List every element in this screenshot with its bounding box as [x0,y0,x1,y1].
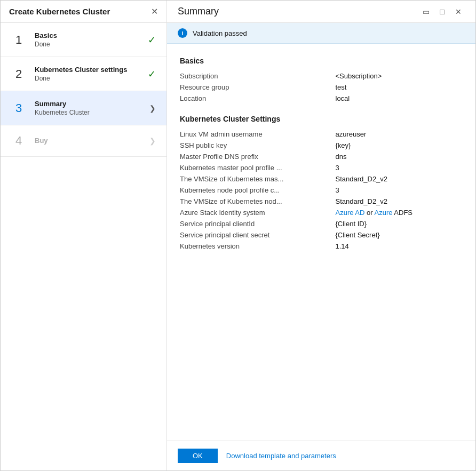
minimize-button[interactable]: ▭ [419,6,433,17]
basics-table: Subscription <Subscription> Resource gro… [180,70,463,104]
right-panel-header: Summary ▭ □ ✕ [167,1,475,23]
value-vmsize-node: Standard_D2_v2 [336,196,463,207]
value-linux-admin: azureuser [336,129,463,140]
azure-ad-text: Azure AD [336,209,365,217]
value-client-id: {Client ID} [336,218,463,229]
right-header-actions: ▭ □ ✕ [419,6,465,17]
or-text: or [364,209,374,217]
table-row: Azure Stack identity system Azure AD or … [180,207,463,218]
step-chevron-4: ❯ [149,137,156,145]
section-title-basics: Basics [180,57,463,65]
step-number-2: 2 [11,67,26,81]
step-number-1: 1 [11,33,26,47]
table-row: Location local [180,93,463,104]
right-panel: Summary ▭ □ ✕ i Validation passed Basics… [167,1,475,470]
ok-button[interactable]: OK [178,449,218,463]
info-icon: i [178,28,187,38]
table-row: Kubernetes master pool profile ... 3 [180,162,463,173]
value-master-pool: 3 [336,162,463,173]
value-location: local [336,93,463,104]
table-row: The VMSize of Kubernetes nod... Standard… [180,196,463,207]
value-identity-system: Azure AD or Azure ADFS [336,207,463,218]
step-check-2: ✓ [148,68,156,80]
table-row: Service principal client secret {Client … [180,229,463,241]
table-row: Resource group test [180,82,463,93]
table-row: Kubernetes node pool profile c... 3 [180,185,463,196]
step-title-summary: Summary [35,100,145,108]
table-row: SSH public key {key} [180,140,463,151]
step-info-summary: Summary Kubernetes Cluster [35,100,145,116]
validation-banner: i Validation passed [167,23,475,44]
label-subscription: Subscription [180,70,336,82]
validation-text: Validation passed [193,29,247,37]
step-title-basics: Basics [35,31,144,39]
step-subtitle-summary: Kubernetes Cluster [35,109,145,116]
step-subtitle-basics: Done [35,41,144,48]
label-resource-group: Resource group [180,82,336,93]
value-ssh-key: {key} [336,140,463,151]
step-item-k8s-settings[interactable]: 2 Kubernetes Cluster settings Done ✓ [1,57,166,91]
right-panel-footer: OK Download template and parameters [167,441,475,470]
step-number-4: 4 [11,134,26,148]
step-item-basics[interactable]: 1 Basics Done ✓ [1,23,166,57]
step-number-3: 3 [11,101,26,115]
dialog-title: Create Kubernetes Cluster [9,7,110,16]
label-ssh-key: SSH public key [180,140,336,151]
left-panel-header: Create Kubernetes Cluster ✕ [1,1,166,23]
section-title-k8s: Kubernetes Cluster Settings [180,115,463,123]
azure-text: Azure [375,209,393,217]
steps-list: 1 Basics Done ✓ 2 Kubernetes Cluster set… [1,23,166,470]
table-row: Master Profile DNS prefix dns [180,151,463,162]
label-client-id: Service principal clientId [180,218,336,229]
step-item-buy[interactable]: 4 Buy ❯ [1,125,166,157]
value-dns-prefix: dns [336,151,463,162]
table-row: Service principal clientId {Client ID} [180,218,463,229]
right-panel-title: Summary [178,6,219,17]
close-button[interactable]: ✕ [452,6,465,17]
step-title-buy: Buy [35,137,145,145]
value-subscription: <Subscription> [336,70,463,82]
value-k8s-version: 1.14 [336,241,463,252]
label-client-secret: Service principal client secret [180,229,336,241]
step-info-basics: Basics Done [35,31,144,48]
value-client-secret: {Client Secret} [336,229,463,241]
adfs-text: ADFS [392,209,412,217]
label-location: Location [180,93,336,104]
table-row: Kubernetes version 1.14 [180,241,463,252]
table-row: Subscription <Subscription> [180,70,463,82]
step-info-buy: Buy [35,137,145,146]
value-node-pool: 3 [336,185,463,196]
label-node-pool: Kubernetes node pool profile c... [180,185,336,196]
download-template-button[interactable]: Download template and parameters [226,452,336,460]
table-row: The VMSize of Kubernetes mas... Standard… [180,173,463,185]
k8s-settings-table: Linux VM admin username azureuser SSH pu… [180,129,463,252]
label-vmsize-node: The VMSize of Kubernetes nod... [180,196,336,207]
step-info-k8s-settings: Kubernetes Cluster settings Done [35,66,144,82]
label-linux-admin: Linux VM admin username [180,129,336,140]
left-close-button[interactable]: ✕ [151,7,158,16]
label-vmsize-master: The VMSize of Kubernetes mas... [180,173,336,185]
label-dns-prefix: Master Profile DNS prefix [180,151,336,162]
step-check-1: ✓ [148,34,156,46]
label-k8s-version: Kubernetes version [180,241,336,252]
step-item-summary[interactable]: 3 Summary Kubernetes Cluster ❯ [1,91,166,125]
left-panel: Create Kubernetes Cluster ✕ 1 Basics Don… [1,1,167,470]
value-resource-group: test [336,82,463,93]
step-title-k8s-settings: Kubernetes Cluster settings [35,66,144,74]
maximize-button[interactable]: □ [437,6,448,17]
step-chevron-3: ❯ [149,104,156,113]
step-subtitle-k8s-settings: Done [35,75,144,82]
label-master-pool: Kubernetes master pool profile ... [180,162,336,173]
table-row: Linux VM admin username azureuser [180,129,463,140]
create-kubernetes-dialog: Create Kubernetes Cluster ✕ 1 Basics Don… [0,0,476,471]
summary-content: Basics Subscription <Subscription> Resou… [167,44,475,441]
value-vmsize-master: Standard_D2_v2 [336,173,463,185]
label-identity-system: Azure Stack identity system [180,207,336,218]
